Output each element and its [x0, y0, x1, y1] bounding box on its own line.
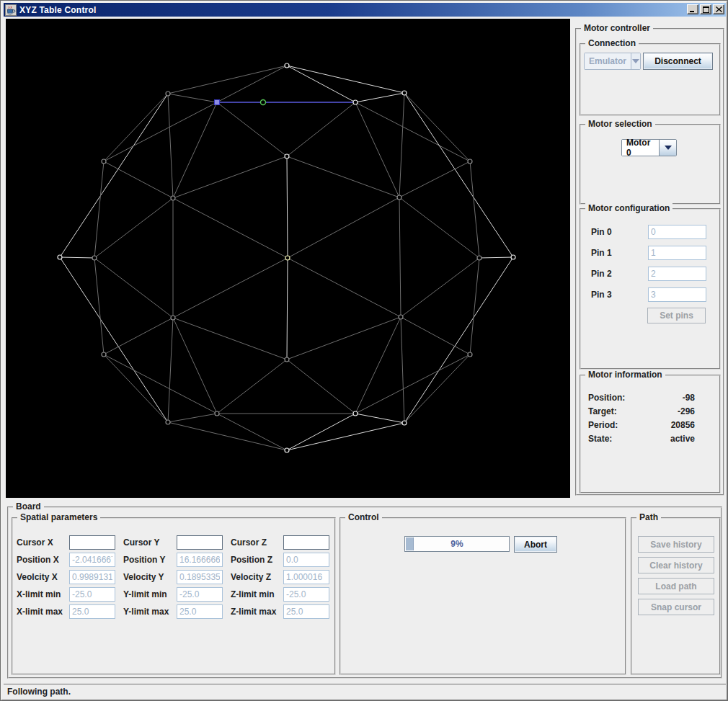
chevron-down-icon[interactable]	[659, 140, 676, 156]
graph-edge	[288, 258, 401, 317]
info-label: Target:	[588, 406, 617, 416]
graph-node	[171, 196, 175, 200]
spatial-label: Y-limit min	[123, 587, 167, 602]
graph-edge	[104, 354, 168, 422]
spatial-field[interactable]	[69, 604, 115, 619]
table-view-canvas[interactable]	[6, 19, 570, 498]
abort-button[interactable]: Abort	[514, 536, 557, 553]
graph-edge	[404, 93, 470, 161]
graph-edge	[399, 93, 404, 197]
spatial-field[interactable]	[283, 535, 329, 550]
spatial-field[interactable]	[283, 604, 329, 619]
spatial-label: Z-limit min	[231, 587, 275, 602]
graph-node	[285, 256, 290, 260]
graph-edge	[60, 94, 168, 257]
graph-edge	[173, 318, 217, 414]
spatial-label: Cursor Y	[123, 535, 159, 550]
status-bar: Following path.	[4, 684, 726, 697]
info-label: Position:	[588, 393, 625, 403]
chevron-down-icon[interactable]	[631, 53, 640, 69]
graph-node	[402, 421, 407, 425]
maximize-icon	[703, 6, 709, 13]
cursor-marker	[261, 100, 266, 105]
spatial-field[interactable]	[177, 553, 223, 567]
motor-configuration-title: Motor configuration	[585, 203, 672, 213]
java-coffee-icon	[5, 4, 17, 16]
spatial-field[interactable]	[177, 570, 223, 584]
spatial-field[interactable]	[69, 587, 115, 602]
progress-label: 9%	[405, 537, 509, 551]
graph-edge	[470, 258, 479, 354]
spatial-field[interactable]	[283, 570, 329, 584]
path-start-marker	[215, 100, 220, 105]
graph-edge	[399, 161, 470, 197]
graph-edge	[104, 354, 217, 414]
graph-node	[58, 255, 62, 259]
spatial-parameters-title: Spatial parameters	[17, 512, 100, 522]
close-button[interactable]	[713, 4, 724, 14]
pin-label: Pin 0	[591, 225, 612, 239]
set-pins-button[interactable]: Set pins	[647, 308, 706, 323]
graph-edge	[168, 414, 217, 422]
graph-edge	[168, 318, 173, 422]
spatial-label: X-limit min	[17, 587, 61, 602]
motor-select-combo[interactable]: Motor 0	[621, 139, 677, 156]
save-history-button[interactable]: Save history	[638, 536, 714, 553]
graph-edge	[168, 422, 287, 450]
minimize-button[interactable]	[687, 4, 698, 14]
info-label: Period:	[588, 420, 618, 430]
wireframe-sphere	[6, 19, 570, 498]
spatial-field[interactable]	[177, 604, 223, 619]
info-label: State:	[588, 434, 612, 444]
graph-edge	[288, 197, 399, 258]
spatial-field[interactable]	[177, 587, 223, 602]
info-row: State:active	[588, 434, 714, 445]
spatial-field[interactable]	[177, 535, 223, 550]
pin-field[interactable]	[648, 267, 706, 281]
graph-edge	[104, 102, 217, 161]
path-title: Path	[636, 512, 661, 522]
spatial-field[interactable]	[69, 535, 115, 550]
graph-node	[397, 195, 401, 200]
graph-node	[102, 159, 106, 164]
clear-history-button[interactable]: Clear history	[638, 557, 714, 573]
graph-edge	[404, 257, 513, 423]
graph-edge	[399, 197, 401, 317]
graph-edge	[404, 354, 470, 423]
pin-field[interactable]	[648, 287, 706, 302]
connection-combo-value: Emulator	[585, 53, 631, 69]
graph-edge	[355, 93, 404, 102]
motor-selection-group: Motor selection	[580, 124, 721, 205]
info-row: Position:-98	[588, 393, 714, 404]
graph-edge	[287, 423, 404, 450]
pin-field[interactable]	[648, 246, 706, 260]
spatial-field[interactable]	[69, 570, 115, 584]
snap-cursor-button[interactable]: Snap cursor	[638, 599, 714, 615]
pin-field[interactable]	[648, 225, 706, 239]
graph-edge	[173, 258, 288, 318]
spatial-label: Position X	[17, 553, 59, 567]
graph-node	[102, 352, 106, 357]
status-text: Following path.	[7, 687, 71, 697]
disconnect-button[interactable]: Disconnect	[643, 53, 713, 70]
maximize-button[interactable]	[700, 4, 711, 14]
spatial-label: Cursor Z	[231, 535, 267, 550]
spatial-field[interactable]	[283, 553, 329, 567]
graph-edge	[287, 66, 404, 93]
spatial-label: X-limit max	[17, 604, 63, 619]
connection-combo[interactable]: Emulator	[584, 53, 641, 70]
pin-label: Pin 1	[591, 246, 612, 260]
spatial-field[interactable]	[283, 587, 329, 602]
graph-node	[468, 352, 472, 357]
load-path-button[interactable]: Load path	[638, 578, 714, 594]
motor-information-group: Motor information Position:-98Target:-29…	[580, 375, 721, 494]
spatial-field[interactable]	[69, 553, 115, 567]
info-value: active	[670, 434, 695, 444]
info-row: Target:-296	[588, 406, 714, 418]
graph-edge	[217, 66, 287, 102]
graph-edge	[94, 161, 104, 258]
graph-node	[171, 316, 175, 320]
graph-node	[511, 255, 515, 259]
title-bar[interactable]: XYZ Table Control	[4, 3, 726, 17]
control-title: Control	[345, 512, 382, 522]
